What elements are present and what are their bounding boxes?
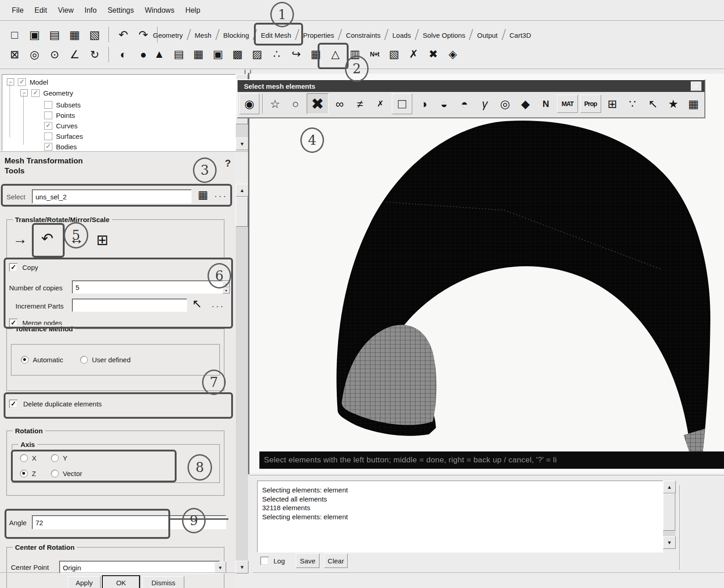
open-project-icon[interactable]: ▤ xyxy=(46,26,64,43)
save-file-icon[interactable]: ▣ xyxy=(25,26,44,43)
circle-select-icon[interactable]: ○ xyxy=(286,95,304,112)
message-log[interactable]: Selecting elements: element Selected all… xyxy=(257,481,663,553)
tab-cart3d[interactable]: Cart3D xyxy=(505,28,536,44)
tab-constraints[interactable]: Constraints xyxy=(341,28,385,44)
copies-spinner[interactable]: ▲ ▼ xyxy=(223,281,229,293)
fit-window-icon[interactable]: ⊠ xyxy=(5,45,24,64)
transform-mesh-icon[interactable]: ▦ xyxy=(307,45,325,64)
quality-select-icon[interactable]: γ xyxy=(476,95,494,112)
repair-mesh-icon[interactable]: ▩ xyxy=(228,45,247,64)
delete-elements-icon[interactable]: ✖ xyxy=(424,45,442,64)
panel-scroll-down-icon[interactable]: ▼ xyxy=(236,561,248,573)
menu-info[interactable]: Info xyxy=(79,5,102,16)
remesh-icon[interactable]: ▧ xyxy=(385,45,403,64)
convert-mesh-type-icon[interactable]: △ xyxy=(326,45,344,64)
viewport-3d[interactable] xyxy=(250,74,724,473)
dismiss-button[interactable]: Dismiss xyxy=(142,576,184,588)
extrude-mesh-icon[interactable]: ▤ xyxy=(170,45,188,64)
collapse-icon[interactable]: − xyxy=(7,78,14,86)
flood-select-icon[interactable]: ◒ xyxy=(435,95,453,112)
tab-edit-mesh[interactable]: Edit Mesh xyxy=(256,28,296,44)
open-geometry-icon[interactable]: ▧ xyxy=(86,26,104,43)
select-subset-icon[interactable]: ◑ xyxy=(415,95,433,112)
axis-x-radio[interactable] xyxy=(20,454,28,462)
open-mesh-icon[interactable]: ▦ xyxy=(66,26,84,43)
lcs-axis-icon[interactable]: ∠ xyxy=(66,45,84,64)
axis-vector-radio[interactable] xyxy=(51,470,59,477)
zoom-window-icon[interactable]: ◎ xyxy=(25,45,44,64)
select-mesh-elements-toolbar[interactable]: Select mesh elements ✕ ◉ ☆ ○ ✖ ∞ ≠ ✗ □ ◑… xyxy=(237,79,705,118)
increment-parts-icon[interactable]: ↖ xyxy=(189,296,205,311)
select-single-icon[interactable]: ◓ xyxy=(456,95,474,112)
tree-checkbox[interactable] xyxy=(18,78,26,86)
increment-more-dots[interactable]: . . . xyxy=(212,301,223,309)
close-icon[interactable]: ✕ xyxy=(691,81,702,91)
region-select-icon[interactable]: ★ xyxy=(664,95,683,112)
user-defined-radio[interactable] xyxy=(80,356,88,364)
tab-loads[interactable]: Loads xyxy=(388,28,415,44)
center-point-combo[interactable] xyxy=(59,561,220,574)
open-file-icon[interactable]: □ xyxy=(5,26,24,43)
hidden-elements-icon[interactable]: ≠ xyxy=(351,95,369,112)
parts-select-icon[interactable]: ◎ xyxy=(496,95,514,112)
merge-nodes-icon[interactable]: ∴ xyxy=(268,45,286,64)
panel-scrollbar-thumb[interactable] xyxy=(236,197,248,227)
toggle-select-icon[interactable]: ◉ xyxy=(239,93,259,114)
log-scrollbar-thumb[interactable] xyxy=(663,493,675,531)
select-mesh-icon[interactable]: ▦ xyxy=(196,188,210,202)
collapse-icon[interactable]: − xyxy=(20,89,28,96)
tree-checkbox[interactable] xyxy=(31,89,40,97)
axis-z-radio[interactable] xyxy=(20,470,28,477)
number-of-copies-input[interactable] xyxy=(72,280,229,294)
tab-output[interactable]: Output xyxy=(472,28,502,44)
select-all-icon[interactable]: ✖ xyxy=(307,93,329,114)
scale-mesh-icon[interactable]: ⊞ xyxy=(91,228,114,251)
center-point-dropdown-icon[interactable]: ▼ xyxy=(214,562,226,573)
box-select-icon[interactable]: □ xyxy=(392,93,413,114)
visible-elements-icon[interactable]: ∞ xyxy=(331,95,349,112)
point-select-icon[interactable]: ∵ xyxy=(623,95,642,112)
tab-blocking[interactable]: Blocking xyxy=(219,28,254,44)
check-mesh-icon[interactable]: ▣ xyxy=(209,45,227,64)
display-wireframe-icon[interactable]: ◐ xyxy=(114,45,132,64)
panel-scroll-up-icon[interactable]: ▲ xyxy=(236,184,248,197)
tree-item-model[interactable]: − Model xyxy=(7,77,48,86)
tree-item-curves[interactable]: Curves xyxy=(44,121,78,130)
spinner-up-icon[interactable]: ▲ xyxy=(223,281,230,287)
select-input[interactable] xyxy=(32,189,192,203)
angle-input[interactable] xyxy=(32,515,226,529)
deselect-all-icon[interactable]: ✗ xyxy=(371,95,390,112)
smooth-hexa-icon[interactable]: ▨ xyxy=(248,45,266,64)
help-icon[interactable]: ? xyxy=(225,157,231,169)
menu-edit[interactable]: Edit xyxy=(29,5,53,16)
tab-solve-options[interactable]: Solve Options xyxy=(418,28,470,44)
menu-windows[interactable]: Windows xyxy=(139,5,180,16)
log-scroll-up-icon[interactable]: ▲ xyxy=(663,481,676,493)
material-select-icon[interactable]: MAT xyxy=(557,95,578,113)
log-checkbox[interactable] xyxy=(260,557,269,565)
display-solid-icon[interactable]: ● xyxy=(134,45,152,64)
grid-select-icon[interactable]: ▦ xyxy=(684,95,703,112)
property-select-icon[interactable]: Prop xyxy=(580,95,601,113)
tab-properties[interactable]: Properties xyxy=(299,28,339,44)
renumber-mesh-icon[interactable]: N+t xyxy=(365,45,384,64)
panel-scrollbar[interactable]: ▲ ▼ xyxy=(236,184,248,573)
tab-geometry[interactable]: Geometry xyxy=(148,28,187,44)
tree-item-geometry[interactable]: − Geometry xyxy=(20,88,73,97)
tree-checkbox[interactable] xyxy=(44,143,52,151)
reorient-mesh-icon[interactable]: ↪ xyxy=(287,45,305,64)
smooth-mesh-icon[interactable]: ▦ xyxy=(189,45,208,64)
viewport-divider[interactable] xyxy=(248,73,249,474)
tree-checkbox[interactable] xyxy=(44,132,52,140)
copy-checkbox[interactable] xyxy=(9,263,18,272)
rotate-mesh-icon[interactable]: ↶ xyxy=(35,226,59,251)
log-scroll-down-icon[interactable]: ▼ xyxy=(663,536,676,549)
apply-button[interactable]: Apply xyxy=(68,576,101,588)
menu-view[interactable]: View xyxy=(52,5,79,16)
ok-button[interactable]: OK xyxy=(103,576,139,588)
spinner-down-icon[interactable]: ▼ xyxy=(223,287,230,294)
menu-settings[interactable]: Settings xyxy=(102,5,139,16)
tree-scroll-down-icon[interactable]: ▼ xyxy=(236,137,248,150)
tree-item-bodies[interactable]: Bodies xyxy=(44,142,77,151)
tree-item-subsets[interactable]: Subsets xyxy=(44,100,81,109)
